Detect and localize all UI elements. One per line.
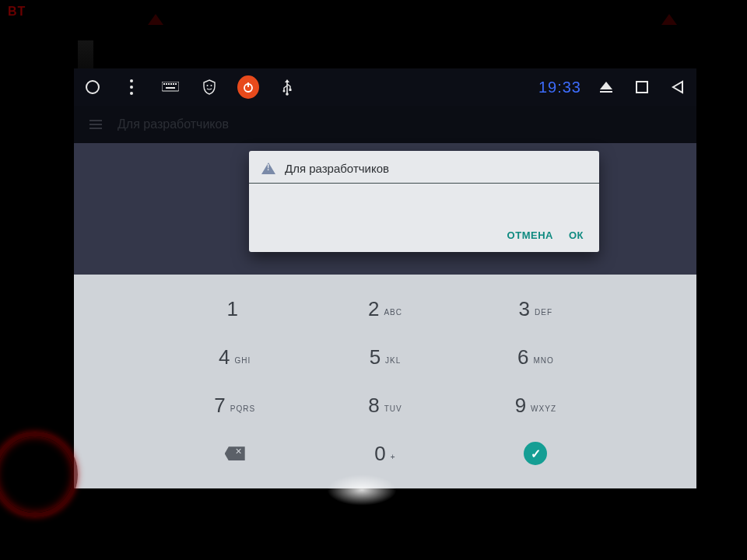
page-title: Для разработчиков — [117, 117, 229, 131]
svg-rect-19 — [600, 91, 612, 93]
dialog-title: Для разработчиков — [285, 162, 389, 175]
hazard-indicator-left — [148, 14, 163, 25]
volume-knob[interactable] — [0, 432, 78, 517]
power-button[interactable] — [237, 76, 259, 98]
svg-point-10 — [211, 85, 212, 86]
svg-marker-18 — [600, 82, 612, 89]
circle-icon[interactable] — [82, 76, 103, 98]
key-confirm[interactable] — [476, 429, 595, 478]
svg-point-9 — [207, 85, 209, 86]
shield-icon[interactable] — [198, 76, 220, 98]
clock: 19:33 — [538, 79, 581, 96]
status-bar: 19:33 — [74, 68, 696, 106]
key-3[interactable]: 3DEF — [476, 285, 595, 334]
key-5[interactable]: 5JKL — [325, 334, 444, 382]
svg-rect-16 — [289, 89, 292, 91]
hazard-indicator-right — [661, 14, 677, 25]
key-0[interactable]: 0+ — [325, 429, 444, 478]
svg-rect-20 — [637, 82, 647, 93]
key-9[interactable]: 9WXYZ — [476, 382, 595, 430]
ok-button[interactable]: ОК — [569, 229, 584, 241]
bt-label: BT — [8, 5, 26, 19]
svg-rect-7 — [175, 83, 177, 85]
cancel-button[interactable]: ОТМЕНА — [507, 229, 553, 241]
menu-dots-icon[interactable] — [121, 76, 142, 98]
svg-rect-1 — [162, 82, 179, 91]
key-2[interactable]: 2ABC — [325, 285, 444, 334]
key-4[interactable]: 4GHI — [175, 334, 294, 382]
key-6[interactable]: 6MNO — [476, 334, 595, 382]
key-8[interactable]: 8TUV — [325, 382, 444, 430]
eject-icon[interactable] — [595, 76, 617, 98]
key-7[interactable]: 7PQRS — [175, 382, 294, 430]
svg-point-17 — [286, 93, 289, 96]
dialog-input[interactable] — [249, 183, 599, 222]
backspace-icon — [225, 446, 245, 460]
page-header: Для разработчиков — [74, 106, 696, 143]
svg-rect-5 — [170, 83, 172, 85]
svg-rect-6 — [173, 83, 174, 85]
svg-rect-4 — [168, 83, 170, 85]
head-unit-screen: 19:33 Для разработчиков Для разработчико… — [74, 68, 696, 488]
password-dialog: Для разработчиков ОТМЕНА ОК — [249, 151, 599, 252]
svg-rect-3 — [166, 83, 167, 85]
warning-icon — [261, 163, 275, 174]
keyboard-icon[interactable] — [160, 76, 181, 98]
usb-icon[interactable] — [276, 76, 298, 98]
svg-point-0 — [86, 81, 99, 93]
dash-indicator — [78, 40, 93, 72]
hamburger-icon[interactable] — [85, 114, 107, 135]
back-nav-icon[interactable] — [667, 76, 689, 98]
svg-point-15 — [283, 90, 286, 93]
numeric-keypad: 1 2ABC 3DEF 4GHI 5JKL 6MNO 7PQRS 8TUV 9W… — [74, 275, 696, 488]
svg-marker-21 — [673, 82, 682, 93]
check-icon — [524, 442, 547, 465]
key-backspace[interactable] — [175, 429, 294, 478]
svg-marker-14 — [285, 79, 289, 82]
square-nav-icon[interactable] — [631, 76, 653, 98]
key-1[interactable]: 1 — [175, 285, 294, 334]
svg-rect-8 — [166, 87, 175, 89]
svg-rect-2 — [163, 83, 165, 85]
